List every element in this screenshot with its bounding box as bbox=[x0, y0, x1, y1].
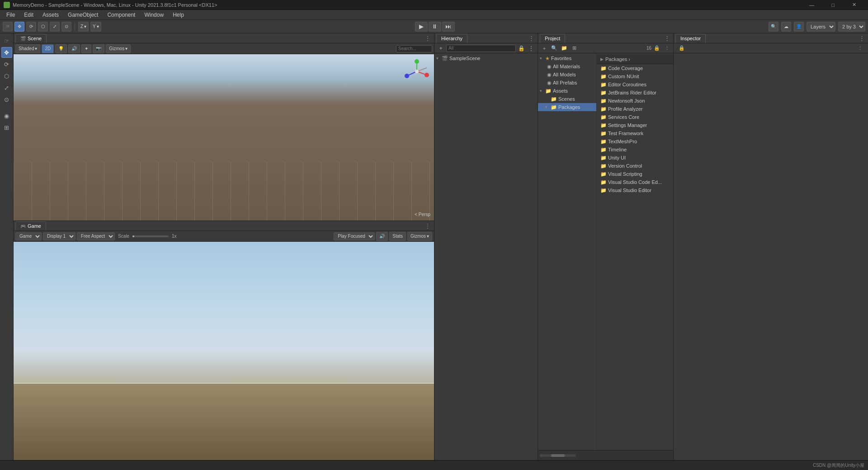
project-tab[interactable]: Project bbox=[540, 34, 565, 43]
tool-move-left[interactable]: ✥ bbox=[1, 47, 12, 58]
tool-snap[interactable]: ⊞ bbox=[1, 122, 12, 133]
game-audio-btn[interactable]: 🔊 bbox=[376, 232, 388, 241]
pkg-jetbrains[interactable]: 📁 JetBrains Rider Editor bbox=[597, 89, 673, 97]
scene-fx-btn[interactable]: ✦ bbox=[81, 44, 91, 53]
hierarchy-tab[interactable]: Hierarchy bbox=[436, 34, 467, 43]
shading-btn[interactable]: Shaded▾ bbox=[15, 44, 40, 53]
tool-scale[interactable]: ⬡ bbox=[38, 22, 48, 32]
hier-samplescene[interactable]: ▾ 🎬 SampleScene bbox=[434, 54, 538, 62]
pivot-btn[interactable]: Z▾ bbox=[78, 22, 89, 32]
scene-audio-btn[interactable]: 🔊 bbox=[68, 44, 80, 53]
play-focused-select[interactable]: Play Focused bbox=[334, 232, 375, 240]
game-tab[interactable]: 🎮 Game bbox=[15, 221, 46, 230]
aspect-select[interactable]: Free Aspect bbox=[77, 232, 115, 240]
scene-search-input[interactable] bbox=[396, 45, 432, 52]
project-hscroll-thumb[interactable] bbox=[551, 454, 565, 457]
scene-panel-menu[interactable]: ⋮ bbox=[423, 34, 432, 43]
pkg-visual-scripting[interactable]: 📁 Visual Scripting bbox=[597, 170, 673, 178]
proj-lock-btn[interactable]: 🔒 bbox=[652, 44, 661, 52]
favorites-folder[interactable]: ▾ ★ Favorites bbox=[538, 54, 596, 62]
proj-filter-btn[interactable]: ⊞ bbox=[570, 44, 579, 52]
minimize-button[interactable]: — bbox=[802, 0, 822, 10]
pkg-custom-nunit[interactable]: 📁 Custom NUnit bbox=[597, 72, 673, 80]
2d-btn[interactable]: 2D bbox=[42, 44, 54, 53]
game-gizmos-btn[interactable]: Gizmos▾ bbox=[407, 232, 432, 241]
maximize-button[interactable]: □ bbox=[823, 0, 843, 10]
pkg-settings-manager[interactable]: 📁 Settings Manager bbox=[597, 121, 673, 129]
tool-hand[interactable]: ☞ bbox=[3, 22, 13, 32]
scene-light-btn[interactable]: 💡 bbox=[55, 44, 67, 53]
pkg-timeline[interactable]: 📁 Timeline bbox=[597, 146, 673, 154]
menu-window[interactable]: Window bbox=[140, 10, 168, 20]
layout-select[interactable]: 2 by 3 bbox=[838, 22, 865, 32]
project-hscroll[interactable] bbox=[540, 454, 576, 457]
hierarchy-search[interactable] bbox=[446, 45, 516, 52]
cloud-btn[interactable]: ☁ bbox=[781, 22, 791, 32]
pkg-textmeshpro[interactable]: 📁 TextMeshPro bbox=[597, 137, 673, 146]
play-button[interactable]: ▶ bbox=[415, 22, 428, 32]
tool-rotate[interactable]: ⟳ bbox=[26, 22, 36, 32]
scene-gizmo[interactable]: x y z bbox=[403, 58, 430, 85]
pkg-test-framework[interactable]: 📁 Test Framework bbox=[597, 129, 673, 137]
pkg-unity-ui[interactable]: 📁 Unity UI bbox=[597, 154, 673, 162]
hier-menu-btn[interactable]: ⋮ bbox=[527, 44, 536, 52]
proj-search-btn[interactable]: 🔍 bbox=[550, 44, 559, 52]
inspector-menu-btn[interactable]: ⋮ bbox=[857, 34, 866, 43]
tool-rect[interactable]: ⤢ bbox=[50, 22, 60, 32]
stats-btn[interactable]: Stats bbox=[389, 232, 406, 241]
pkg-version-control[interactable]: 📁 Version Control bbox=[597, 162, 673, 170]
pkg-code-coverage[interactable]: 📁 Code Coverage bbox=[597, 64, 673, 72]
proj-menu-btn[interactable]: ⋮ bbox=[662, 44, 671, 52]
inspector-menu-top-btn[interactable]: ⋮ bbox=[855, 44, 864, 52]
menu-file[interactable]: File bbox=[2, 10, 19, 20]
project-menu-btn[interactable]: ⋮ bbox=[662, 34, 671, 43]
game-panel-menu[interactable]: ⋮ bbox=[423, 221, 432, 230]
tool-scale-left[interactable]: ⬡ bbox=[1, 70, 12, 81]
scale-slider-thumb[interactable] bbox=[132, 235, 134, 237]
menu-assets[interactable]: Assets bbox=[38, 10, 63, 20]
tool-move[interactable]: ✥ bbox=[14, 22, 24, 32]
scene-camera-btn[interactable]: 📷 bbox=[93, 44, 104, 53]
inspector-lock-btn[interactable]: 🔒 bbox=[677, 44, 686, 52]
hier-lock-btn[interactable]: 🔒 bbox=[517, 44, 526, 52]
proj-folder-btn[interactable]: 📁 bbox=[560, 44, 569, 52]
all-models-item[interactable]: ◉ All Models bbox=[538, 70, 596, 79]
tool-view[interactable]: ◉ bbox=[1, 110, 12, 121]
menu-help[interactable]: Help bbox=[168, 10, 189, 20]
collab-btn[interactable]: 🔍 bbox=[769, 22, 778, 32]
tool-hand-left[interactable]: ☞ bbox=[1, 35, 12, 46]
tool-custom-left[interactable]: ⊙ bbox=[1, 94, 12, 105]
step-button[interactable]: ⏭ bbox=[442, 22, 455, 32]
tool-rotate-left[interactable]: ⟳ bbox=[1, 59, 12, 70]
scenes-folder[interactable]: 📁 Scenes bbox=[538, 95, 596, 103]
scene-tab[interactable]: 🎬 Scene bbox=[15, 34, 47, 43]
tool-rect-left[interactable]: ⤢ bbox=[1, 82, 12, 93]
packages-folder[interactable]: ▾ 📁 Packages bbox=[538, 103, 596, 111]
scene-gizmos-btn[interactable]: Gizmos▾ bbox=[106, 44, 131, 53]
hierarchy-menu-btn[interactable]: ⋮ bbox=[527, 34, 536, 43]
game-display-select[interactable]: Game bbox=[15, 232, 42, 240]
account-btn[interactable]: 👤 bbox=[794, 22, 804, 32]
pkg-vs-editor[interactable]: 📁 Visual Studio Editor bbox=[597, 186, 673, 194]
pkg-editor-coroutines[interactable]: 📁 Editor Coroutines bbox=[597, 80, 673, 89]
pkg-profile-analyzer[interactable]: 📁 Profile Analyzer bbox=[597, 105, 673, 113]
pause-button[interactable]: ⏸ bbox=[429, 22, 441, 32]
all-prefabs-item[interactable]: ◉ All Prefabs bbox=[538, 79, 596, 87]
pkg-services-core[interactable]: 📁 Services Core bbox=[597, 113, 673, 121]
close-button[interactable]: ✕ bbox=[844, 0, 864, 10]
all-materials-item[interactable]: ◉ All Materials bbox=[538, 62, 596, 70]
proj-add-btn[interactable]: + bbox=[540, 44, 549, 52]
inspector-tab[interactable]: Inspector bbox=[675, 34, 706, 43]
hier-add-btn[interactable]: + bbox=[436, 44, 445, 52]
display-num-select[interactable]: Display 1 bbox=[43, 232, 75, 240]
assets-folder[interactable]: ▾ 📁 Assets bbox=[538, 87, 596, 95]
pkg-newtonsoft[interactable]: 📁 Newtonsoft Json bbox=[597, 97, 673, 105]
menu-component[interactable]: Component bbox=[103, 10, 140, 20]
packages-header-label[interactable]: Packages › bbox=[605, 56, 630, 62]
layers-select[interactable]: Layers bbox=[807, 22, 835, 32]
tool-transform[interactable]: ⊙ bbox=[61, 22, 71, 32]
global-btn[interactable]: Y▾ bbox=[90, 22, 101, 32]
menu-gameobject[interactable]: GameObject bbox=[63, 10, 103, 20]
menu-edit[interactable]: Edit bbox=[19, 10, 38, 20]
pkg-vs-code-editor[interactable]: 📁 Visual Studio Code Ed... bbox=[597, 178, 673, 186]
